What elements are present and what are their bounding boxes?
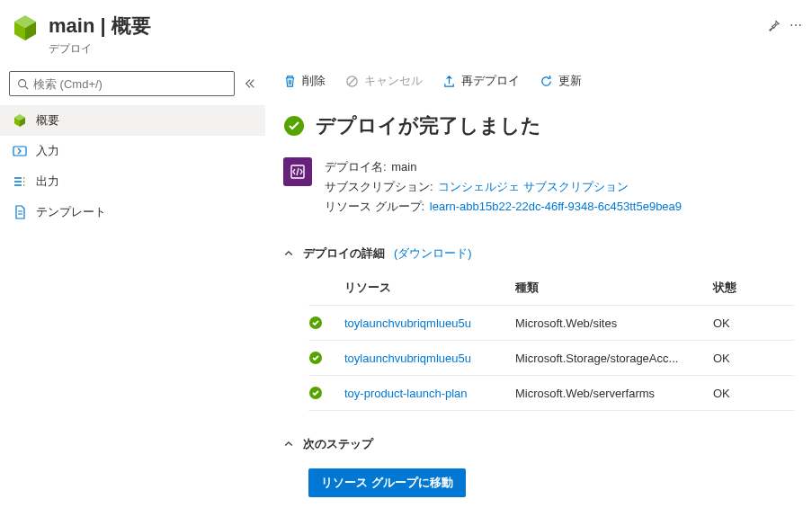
deploy-name-value: main xyxy=(391,160,416,174)
subscription-link[interactable]: コンシェルジェ サブスクリプション xyxy=(438,180,629,193)
svg-rect-8 xyxy=(13,147,26,156)
resource-group-label: リソース グループ: xyxy=(325,200,424,213)
svg-point-3 xyxy=(19,79,26,86)
inputs-icon xyxy=(13,144,27,158)
deploy-name-label: デプロイ名: xyxy=(325,160,387,174)
upload-icon xyxy=(442,75,456,88)
delete-button[interactable]: 削除 xyxy=(283,73,326,89)
resource-type: Microsoft.Web/sites xyxy=(515,316,713,330)
resource-link[interactable]: toylaunchvubriqmlueu5u xyxy=(344,352,471,365)
subscription-label: サブスクリプション: xyxy=(325,180,433,193)
redeploy-button[interactable]: 再デプロイ xyxy=(442,73,520,89)
search-icon xyxy=(17,78,29,90)
nav-item-outputs[interactable]: 出力 xyxy=(0,166,265,197)
status-ok-icon xyxy=(308,316,344,330)
col-resource: リソース xyxy=(344,280,515,296)
deploy-details-table: リソース 種類 状態 toylaunchvubriqmlueu5uMicroso… xyxy=(308,271,794,411)
nav-label: 概要 xyxy=(36,112,59,129)
page-subtitle: デプロイ xyxy=(49,41,758,57)
svg-line-4 xyxy=(25,85,28,88)
cancel-button: キャンセル xyxy=(345,73,423,89)
col-type: 種類 xyxy=(515,280,713,296)
deploy-details-title: デプロイの詳細 xyxy=(303,245,385,262)
search-input[interactable] xyxy=(33,77,227,91)
table-row: toylaunchvubriqmlueu5uMicrosoft.Storage/… xyxy=(308,341,794,376)
resource-link[interactable]: toylaunchvubriqmlueu5u xyxy=(344,316,471,330)
pin-icon[interactable] xyxy=(767,19,781,32)
refresh-icon xyxy=(540,75,553,88)
resource-type: Microsoft.Storage/storageAcc... xyxy=(515,352,713,365)
chevron-up-icon[interactable] xyxy=(283,248,294,259)
nav-item-template[interactable]: テンプレート xyxy=(0,197,265,227)
page-title: main | 概要 xyxy=(49,13,758,40)
resource-status: OK xyxy=(713,352,767,365)
refresh-button[interactable]: 更新 xyxy=(540,73,582,89)
download-link[interactable]: (ダウンロード) xyxy=(394,245,472,262)
overview-cube-icon xyxy=(13,113,27,128)
collapse-sidebar-icon[interactable] xyxy=(244,77,256,90)
template-badge-icon xyxy=(283,157,312,186)
template-icon xyxy=(13,205,27,219)
resource-status: OK xyxy=(713,387,767,400)
resource-group-link[interactable]: learn-abb15b22-22dc-46ff-9348-6c453tt5e9… xyxy=(430,200,682,213)
trash-icon xyxy=(283,75,297,88)
status-title: デプロイが完了しました xyxy=(316,112,541,139)
more-icon[interactable]: ⋯ xyxy=(790,18,803,32)
nav-label: テンプレート xyxy=(36,204,106,220)
resource-status: OK xyxy=(713,316,767,330)
nav-label: 入力 xyxy=(36,143,59,159)
search-input-container[interactable] xyxy=(9,71,235,96)
nav-item-inputs[interactable]: 入力 xyxy=(0,136,265,166)
status-ok-icon xyxy=(308,386,344,400)
resource-link[interactable]: toy-product-launch-plan xyxy=(344,387,468,400)
nav-label: 出力 xyxy=(36,174,59,190)
col-status: 状態 xyxy=(713,280,767,296)
table-row: toy-product-launch-planMicrosoft.Web/ser… xyxy=(308,376,794,411)
resource-type: Microsoft.Web/serverfarms xyxy=(515,387,713,400)
goto-resource-group-button[interactable]: リソース グループに移動 xyxy=(308,468,466,497)
resource-cube-icon xyxy=(9,13,41,45)
nav-item-overview[interactable]: 概要 xyxy=(0,105,265,136)
chevron-up-icon[interactable] xyxy=(283,439,294,450)
cancel-icon xyxy=(345,75,359,88)
svg-line-10 xyxy=(349,77,356,85)
status-ok-icon xyxy=(308,351,344,365)
table-row: toylaunchvubriqmlueu5uMicrosoft.Web/site… xyxy=(308,306,794,341)
next-steps-title: 次のステップ xyxy=(303,436,373,452)
success-check-icon xyxy=(283,115,305,137)
outputs-icon xyxy=(13,174,27,189)
